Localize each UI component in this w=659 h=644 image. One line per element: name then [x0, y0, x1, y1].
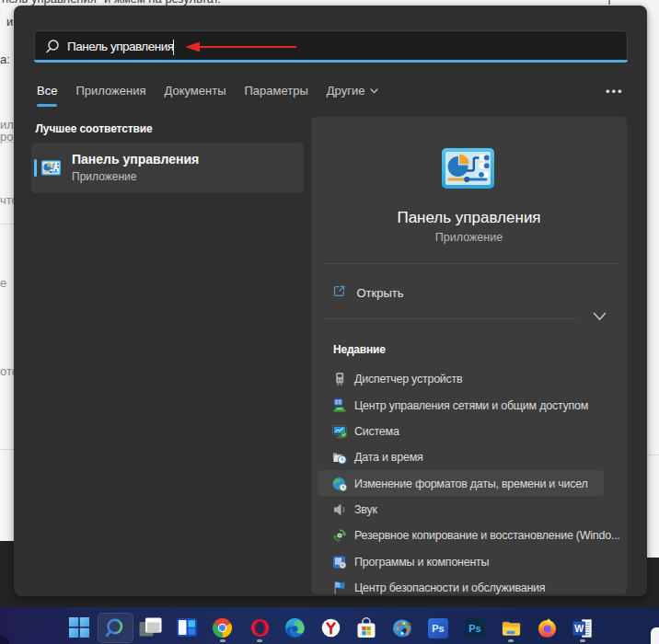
svg-text:Ps: Ps — [468, 623, 480, 634]
svg-text:Ps: Ps — [432, 623, 444, 634]
svg-text:W: W — [574, 623, 584, 634]
